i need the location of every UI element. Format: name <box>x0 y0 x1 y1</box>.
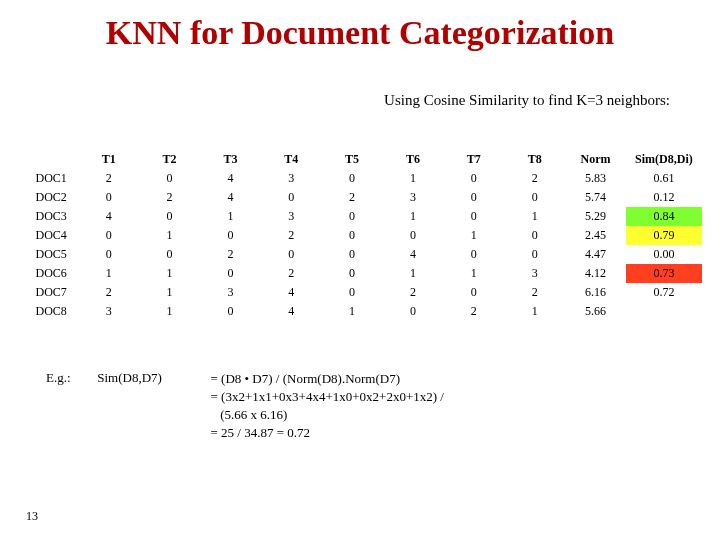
cell: 0 <box>200 302 261 321</box>
norm-cell: 6.16 <box>565 283 626 302</box>
col-header: T7 <box>443 150 504 169</box>
cell: 4 <box>383 245 444 264</box>
table-row: DOC2024023005.740.12 <box>24 188 702 207</box>
cell: 2 <box>504 169 565 188</box>
slide: KNN for Document Categorization Using Co… <box>0 0 720 540</box>
cell: 0 <box>504 245 565 264</box>
cell: 0 <box>322 283 383 302</box>
cell: 0 <box>443 283 504 302</box>
cell: 1 <box>443 264 504 283</box>
cell: 3 <box>200 283 261 302</box>
cell: 1 <box>383 264 444 283</box>
sim-cell <box>626 302 702 321</box>
cell: 0 <box>78 226 139 245</box>
cell: 1 <box>200 207 261 226</box>
cell: 2 <box>200 245 261 264</box>
col-header: Norm <box>565 150 626 169</box>
table-row: DOC5002004004.470.00 <box>24 245 702 264</box>
cell: 0 <box>322 207 383 226</box>
sim-cell: 0.72 <box>626 283 702 302</box>
cell: 1 <box>443 226 504 245</box>
cell: 3 <box>504 264 565 283</box>
col-header: T8 <box>504 150 565 169</box>
example-line: = (D8 • D7) / (Norm(D8).Norm(D7) <box>211 370 444 388</box>
example-calc: E.g.: Sim(D8,D7) = (D8 • D7) / (Norm(D8)… <box>46 370 700 442</box>
cell: 0 <box>322 226 383 245</box>
cell: 3 <box>78 302 139 321</box>
sim-cell: 0.12 <box>626 188 702 207</box>
col-header: T4 <box>261 150 322 169</box>
slide-title: KNN for Document Categorization <box>0 14 720 52</box>
sim-cell: 0.79 <box>626 226 702 245</box>
cell: 0 <box>261 188 322 207</box>
cell: 4 <box>261 283 322 302</box>
cell: 0 <box>443 188 504 207</box>
table-row: DOC1204301025.830.61 <box>24 169 702 188</box>
cell: 0 <box>322 245 383 264</box>
cell: 2 <box>383 283 444 302</box>
row-label: DOC3 <box>24 207 78 226</box>
cell: 0 <box>139 207 200 226</box>
table-row: DOC3401301015.290.84 <box>24 207 702 226</box>
cell: 1 <box>504 207 565 226</box>
cell: 0 <box>443 169 504 188</box>
col-header: T6 <box>383 150 444 169</box>
col-header: T2 <box>139 150 200 169</box>
cell: 0 <box>200 264 261 283</box>
cell: 0 <box>504 226 565 245</box>
sim-cell: 0.61 <box>626 169 702 188</box>
table-row: DOC8310410215.66 <box>24 302 702 321</box>
cell: 2 <box>504 283 565 302</box>
cell: 4 <box>78 207 139 226</box>
cell: 0 <box>78 188 139 207</box>
cell: 1 <box>139 302 200 321</box>
cell: 0 <box>504 188 565 207</box>
page-number: 13 <box>26 509 38 524</box>
cell: 4 <box>200 169 261 188</box>
cell: 0 <box>383 226 444 245</box>
norm-cell: 4.47 <box>565 245 626 264</box>
example-lines: = (D8 • D7) / (Norm(D8).Norm(D7) = (3x2+… <box>211 370 444 442</box>
table-row: DOC7213402026.160.72 <box>24 283 702 302</box>
cell: 2 <box>139 188 200 207</box>
sim-cell: 0.00 <box>626 245 702 264</box>
norm-cell: 4.12 <box>565 264 626 283</box>
cell: 4 <box>200 188 261 207</box>
cell: 4 <box>261 302 322 321</box>
col-header: T5 <box>322 150 383 169</box>
data-table: T1 T2 T3 T4 T5 T6 T7 T8 Norm Sim(D8,Di) … <box>24 150 702 321</box>
cell: 0 <box>200 226 261 245</box>
table-row: DOC6110201134.120.73 <box>24 264 702 283</box>
cell: 0 <box>383 302 444 321</box>
cell: 0 <box>322 264 383 283</box>
norm-cell: 2.45 <box>565 226 626 245</box>
cell: 3 <box>383 188 444 207</box>
norm-cell: 5.74 <box>565 188 626 207</box>
norm-cell: 5.29 <box>565 207 626 226</box>
cell: 0 <box>443 245 504 264</box>
example-line: = (3x2+1x1+0x3+4x4+1x0+0x2+2x0+1x2) / <box>211 388 444 406</box>
cell: 2 <box>261 226 322 245</box>
slide-subtitle: Using Cosine Similarity to find K=3 neig… <box>0 92 670 109</box>
header-row: T1 T2 T3 T4 T5 T6 T7 T8 Norm Sim(D8,Di) <box>24 150 702 169</box>
cell: 2 <box>443 302 504 321</box>
example-line: (5.66 x 6.16) <box>211 406 444 424</box>
cell: 1 <box>383 169 444 188</box>
row-label: DOC4 <box>24 226 78 245</box>
example-label: E.g.: <box>46 370 94 386</box>
cell: 3 <box>261 169 322 188</box>
cell: 2 <box>78 283 139 302</box>
cell: 0 <box>443 207 504 226</box>
cell: 2 <box>261 264 322 283</box>
cell: 2 <box>78 169 139 188</box>
cell: 0 <box>322 169 383 188</box>
norm-cell: 5.83 <box>565 169 626 188</box>
cell: 0 <box>139 245 200 264</box>
col-header: Sim(D8,Di) <box>626 150 702 169</box>
row-label: DOC5 <box>24 245 78 264</box>
norm-cell: 5.66 <box>565 302 626 321</box>
cell: 1 <box>504 302 565 321</box>
col-header: T3 <box>200 150 261 169</box>
sim-cell: 0.73 <box>626 264 702 283</box>
cell: 0 <box>261 245 322 264</box>
